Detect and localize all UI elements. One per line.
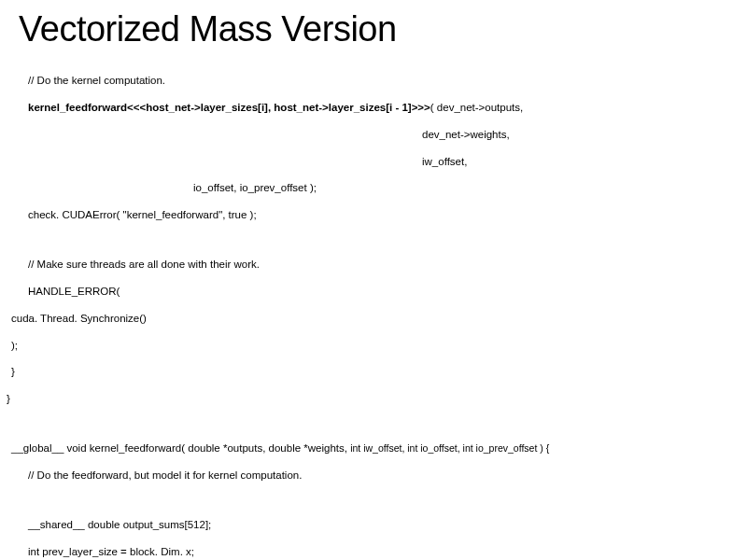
- code-line: cuda. Thread. Synchronize(): [11, 312, 736, 325]
- code-line: // Do the feedforward, but model it for …: [28, 469, 736, 482]
- code-line: kernel_feedforward<<<host_net->layer_siz…: [28, 101, 736, 114]
- slide-title: Vectorized Mass Version: [19, 9, 736, 49]
- code-line: HANDLE_ERROR(: [28, 285, 736, 298]
- code-text: ( dev_net->outputs,: [430, 102, 523, 113]
- code-text: int iw_offset, int io_offset, int io_pre…: [350, 442, 549, 454]
- code-line: io_offset, io_prev_offset );: [193, 181, 736, 194]
- code-block: // Do the kernel computation. kernel_fee…: [11, 61, 736, 560]
- code-line: iw_offset,: [422, 155, 736, 168]
- code-line: __global__ void kernel_feedforward( doub…: [11, 441, 736, 455]
- code-line: }: [7, 392, 736, 405]
- code-line: int prev_layer_size = block. Dim. x;: [28, 545, 736, 558]
- code-line: );: [11, 339, 736, 352]
- code-line: // Do the kernel computation.: [28, 74, 736, 87]
- code-line: __shared__ double output_sums[512];: [28, 518, 736, 531]
- code-text: __global__ void kernel_feedforward( doub…: [11, 442, 350, 454]
- code-line: }: [11, 365, 736, 378]
- code-line: dev_net->weights,: [422, 128, 736, 141]
- code-line: check. CUDAError( "kernel_feedforward", …: [28, 208, 736, 221]
- code-line: // Make sure threads are all done with t…: [28, 258, 736, 271]
- code-bold: kernel_feedforward<<<host_net->layer_siz…: [28, 102, 430, 113]
